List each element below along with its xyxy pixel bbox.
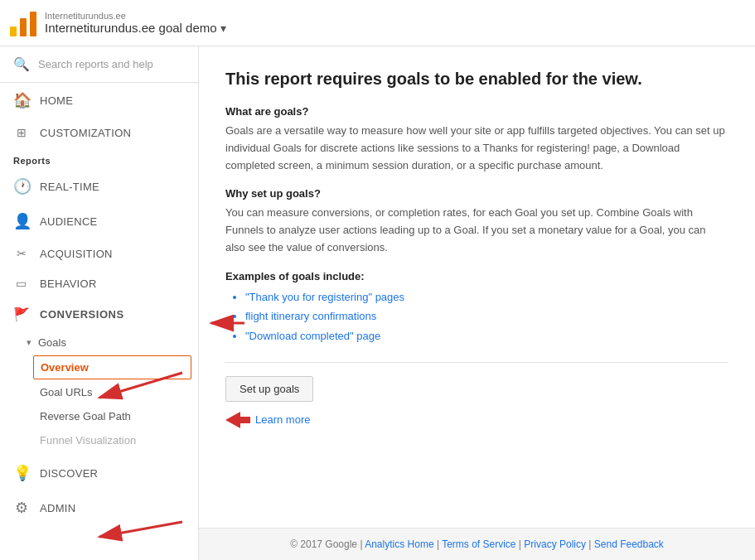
example-item-3: "Download completed" page: [245, 326, 728, 345]
search-icon: 🔍: [13, 56, 30, 72]
discover-icon: 💡: [13, 464, 30, 482]
svg-rect-2: [30, 12, 36, 36]
section-heading-what: What are goals?: [225, 105, 728, 118]
sidebar-search[interactable]: 🔍 Search reports and help: [0, 46, 198, 83]
footer-copyright: © 2017 Google: [290, 538, 357, 550]
footer-link-feedback[interactable]: Send Feedback: [594, 538, 664, 550]
app-header: Internetiturundus.ee Internetiturundus.e…: [0, 0, 755, 46]
content-divider: [225, 362, 728, 363]
sidebar-item-home[interactable]: 🏠 HOME: [0, 83, 198, 118]
sidebar-item-conversions[interactable]: 🚩 CONVERSIONS: [0, 298, 198, 331]
section-heading-examples: Examples of goals include:: [225, 270, 728, 282]
section-heading-why: Why set up goals?: [225, 187, 728, 200]
sidebar-item-admin-label: ADMIN: [40, 502, 75, 514]
content-main: This report requires goals to be enabled…: [199, 46, 755, 528]
svg-rect-1: [20, 18, 27, 36]
section-text-why: You can measure conversions, or completi…: [225, 205, 728, 256]
header-domain: Internetiturundus.ee: [45, 11, 226, 21]
content-area: This report requires goals to be enabled…: [199, 46, 755, 560]
conversions-icon: 🚩: [13, 307, 30, 322]
reverse-goal-path-label: Reverse Goal Path: [40, 410, 131, 422]
section-text-what: Goals are a versatile way to measure how…: [225, 123, 728, 174]
sidebar-item-behavior[interactable]: ▭ BEHAVIOR: [0, 268, 198, 298]
svg-marker-3: [225, 412, 250, 428]
sidebar-item-audience[interactable]: 👤 AUDIENCE: [0, 204, 198, 239]
sidebar-item-funnel-visualization[interactable]: Funnel Visualization: [0, 428, 198, 452]
sidebar-item-customization[interactable]: ⊞ CUSTOMIZATION: [0, 118, 198, 147]
sidebar-item-goal-urls[interactable]: Goal URLs: [0, 380, 198, 404]
footer-link-terms[interactable]: Terms of Service: [442, 538, 515, 550]
header-property[interactable]: Internetiturundus.ee goal demo ▾: [45, 21, 226, 35]
sidebar-item-reverse-goal-path[interactable]: Reverse Goal Path: [0, 404, 198, 428]
sidebar-item-behavior-label: BEHAVIOR: [40, 278, 97, 290]
examples-list: "Thank you for registering" pages flight…: [225, 287, 728, 345]
admin-icon: ⚙: [13, 499, 30, 517]
sidebar-item-goals[interactable]: ▾ Goals: [0, 331, 198, 355]
acquisition-icon: ✂: [13, 247, 30, 260]
sidebar-item-home-label: HOME: [40, 94, 73, 107]
realtime-icon: 🕐: [13, 177, 30, 196]
learn-more-container: Learn more: [225, 412, 728, 428]
sidebar-item-overview[interactable]: Overview: [33, 355, 191, 379]
setup-goals-button[interactable]: Set up goals: [225, 376, 313, 402]
content-footer: © 2017 Google | Analytics Home | Terms o…: [199, 528, 755, 560]
sidebar-item-acquisition[interactable]: ✂ ACQUISITION: [0, 239, 198, 268]
goals-label: Goals: [38, 336, 66, 349]
goal-urls-label: Goal URLs: [40, 386, 93, 398]
home-icon: 🏠: [13, 91, 30, 109]
sidebar-item-discover-label: DISCOVER: [40, 467, 98, 480]
footer-link-privacy[interactable]: Privacy Policy: [524, 538, 586, 550]
sidebar: 🔍 Search reports and help 🏠 HOME ⊞ CUSTO…: [0, 46, 199, 560]
sidebar-item-acquisition-label: ACQUISITION: [40, 248, 113, 260]
goals-expand-arrow: ▾: [27, 337, 31, 348]
sidebar-item-realtime-label: REAL-TIME: [40, 181, 99, 193]
sidebar-item-admin[interactable]: ⚙ ADMIN: [0, 490, 198, 525]
overview-label: Overview: [41, 361, 89, 374]
sidebar-item-discover[interactable]: 💡 DISCOVER: [0, 456, 198, 490]
ga-logo: [10, 10, 36, 36]
customization-icon: ⊞: [13, 126, 30, 139]
report-title: This report requires goals to be enabled…: [225, 70, 728, 89]
property-dropdown-arrow[interactable]: ▾: [220, 22, 226, 35]
main-layout: 🔍 Search reports and help 🏠 HOME ⊞ CUSTO…: [0, 46, 755, 560]
sidebar-item-audience-label: AUDIENCE: [40, 215, 98, 228]
funnel-visualization-label: Funnel Visualization: [40, 434, 136, 447]
learn-more-arrow-icon: [225, 412, 250, 428]
sidebar-item-conversions-label: CONVERSIONS: [40, 308, 124, 321]
footer-link-analytics-home[interactable]: Analytics Home: [365, 538, 433, 550]
example-item-2: flight itinerary confirmations: [245, 307, 728, 326]
behavior-icon: ▭: [13, 277, 30, 290]
reports-section-label: Reports: [0, 147, 198, 169]
page-wrapper: Internetiturundus.ee Internetiturundus.e…: [0, 0, 755, 560]
sidebar-item-realtime[interactable]: 🕐 REAL-TIME: [0, 169, 198, 204]
header-title-block: Internetiturundus.ee Internetiturundus.e…: [45, 11, 226, 35]
audience-icon: 👤: [13, 212, 30, 230]
sidebar-item-customization-label: CUSTOMIZATION: [40, 127, 131, 139]
example-item-1: "Thank you for registering" pages: [245, 287, 728, 307]
svg-rect-0: [10, 27, 17, 36]
learn-more-link[interactable]: Learn more: [255, 413, 310, 426]
search-placeholder-text: Search reports and help: [38, 58, 153, 70]
